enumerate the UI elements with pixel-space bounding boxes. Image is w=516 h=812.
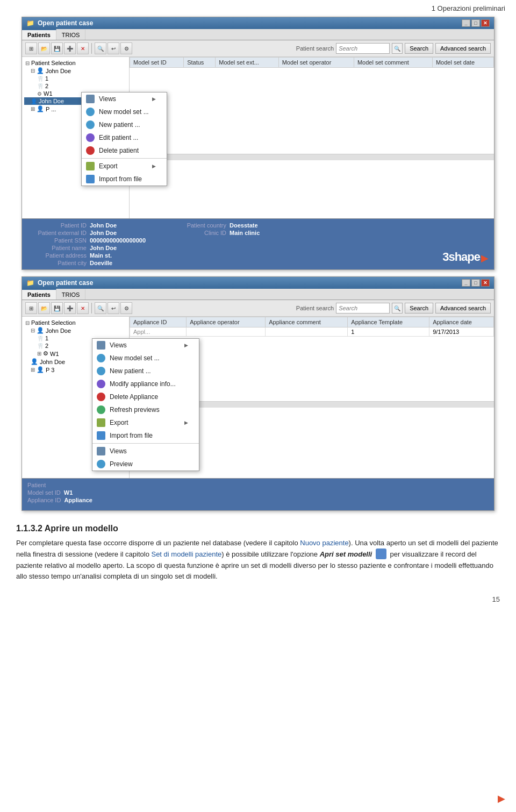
- ctx-export[interactable]: Export: [82, 160, 167, 173]
- ctx-edit-patient[interactable]: Edit patient ...: [82, 131, 167, 144]
- ctx-new-patient[interactable]: New patient ...: [82, 118, 167, 131]
- ctx2-delete-appliance[interactable]: Delete Appliance: [92, 390, 199, 403]
- ctx2-import[interactable]: Import from file: [92, 429, 199, 442]
- col-appliance-id: Appliance ID: [130, 317, 187, 327]
- tree-root-icon: ⊟: [25, 60, 30, 66]
- appliance-footer-value: Appliance: [64, 497, 92, 503]
- tree-johndoe-1[interactable]: ⊟ 👤 John Doe: [24, 67, 127, 75]
- country-value: Doesstate: [230, 222, 258, 229]
- appliance-data-row[interactable]: Appl... 1 9/17/2013: [130, 327, 494, 337]
- ctx2-modify-appliance[interactable]: Modify appliance info...: [92, 377, 199, 390]
- tree-item-2[interactable]: 🦷 2: [24, 82, 127, 90]
- appliance-icon-2: ⊞: [37, 351, 41, 357]
- window2-toolbar: ⊞ 📂 💾 ➕ ✕ 🔍 ↩ ⚙ Patient search 🔍 Search …: [22, 300, 494, 317]
- scan-icon-1: 🦷: [37, 76, 44, 82]
- ctx2-new-model[interactable]: New model set ...: [92, 352, 199, 365]
- search-input-2[interactable]: [336, 303, 390, 314]
- search-icon-btn-1[interactable]: 🔍: [392, 43, 403, 54]
- ctx-label: Refresh previews: [110, 406, 160, 414]
- info-address: Patient address Main st.: [27, 252, 146, 259]
- window1-controls[interactable]: _ □ ✕: [462, 19, 490, 27]
- person-icon-sel: 👤: [31, 98, 37, 104]
- ctx-views-1[interactable]: Views: [82, 92, 167, 105]
- toolbar-btn-scan-2[interactable]: 🔍: [95, 302, 106, 314]
- col-appliance-template: Appliance Template: [348, 317, 429, 327]
- tree-label: W1: [50, 351, 59, 357]
- ctx2-preview[interactable]: Preview: [92, 458, 199, 471]
- logo-arrow-2: ▶: [498, 793, 505, 804]
- tree-root-icon-2: ⊟: [25, 320, 30, 326]
- ctx-edit-icon: [86, 133, 95, 142]
- search-input-1[interactable]: [336, 43, 390, 54]
- table-panel-1: Model set ID Status Model set ext... Mod…: [130, 57, 494, 218]
- appliance-op-cell: [187, 327, 266, 337]
- maximize-button[interactable]: □: [471, 19, 480, 27]
- ctx2-refresh[interactable]: Refresh previews: [92, 403, 199, 416]
- tree-root-2: ⊟ Patient Selection: [24, 319, 127, 326]
- tab-patients-1[interactable]: Patients: [22, 29, 56, 40]
- ctx2-export[interactable]: Export: [92, 416, 199, 429]
- tree-johndoe-2a[interactable]: ⊟ 👤 John Doe: [24, 326, 127, 334]
- tree-label: John Doe: [46, 327, 71, 334]
- ctx-delete-patient[interactable]: Delete patient: [82, 144, 167, 157]
- address-value: Main st.: [90, 252, 112, 259]
- ctx-label: Modify appliance info...: [110, 380, 176, 388]
- tab-trios-1[interactable]: TRIOS: [56, 29, 86, 40]
- toolbar-btn-settings[interactable]: ⚙: [120, 42, 132, 54]
- adv-search-button-2[interactable]: Advanced search: [435, 303, 491, 314]
- context-menu-2: Views New model set ... New patient ... …: [92, 338, 199, 471]
- ssn-value: 00000000000000000: [90, 237, 146, 244]
- minimize-button-2[interactable]: _: [462, 279, 470, 287]
- search-button-2[interactable]: Search: [405, 303, 433, 314]
- tab-trios-2[interactable]: TRIOS: [56, 289, 86, 300]
- toolbar-btn-scan[interactable]: 🔍: [95, 42, 106, 54]
- window2-controls[interactable]: _ □ ✕: [462, 279, 490, 287]
- tree-root-1: ⊟ Patient Selection: [24, 59, 127, 67]
- logo-text-2: 3shape: [459, 790, 497, 804]
- tree-item-1[interactable]: 🦷 1: [24, 75, 127, 82]
- toolbar-btn-arrow[interactable]: ↩: [108, 42, 119, 54]
- col-model-set-op: Model set operator: [278, 58, 354, 68]
- maximize-button-2[interactable]: □: [471, 279, 480, 287]
- ctx-import[interactable]: Import from file: [82, 173, 167, 186]
- ctx-sep-1: [82, 158, 167, 159]
- search-icon-btn-2[interactable]: 🔍: [392, 303, 403, 314]
- ctx2-views[interactable]: Views: [92, 339, 199, 352]
- ctx-new-model[interactable]: New model set ...: [82, 105, 167, 118]
- ctx2-views-icon: [97, 341, 105, 350]
- link-set-modelli[interactable]: Set di modelli paziente: [151, 550, 221, 558]
- minimize-button[interactable]: _: [462, 19, 470, 27]
- toolbar-sep-1: [91, 43, 92, 54]
- country-label: Patient country: [167, 222, 226, 229]
- ctx2-new-patient[interactable]: New patient ...: [92, 365, 199, 377]
- adv-search-button-1[interactable]: Advanced search: [435, 43, 491, 54]
- ctx2-views2[interactable]: Views: [92, 445, 199, 458]
- toolbar-btn-grid-2[interactable]: ⊞: [25, 302, 37, 314]
- logo-text-1: 3shape: [442, 250, 480, 264]
- toolbar-btn-settings-2[interactable]: ⚙: [120, 302, 132, 314]
- toolbar-btn-open-2[interactable]: 📂: [38, 302, 50, 314]
- tab-patients-2[interactable]: Patients: [22, 289, 56, 300]
- toolbar-sep-2: [91, 303, 92, 314]
- toolbar-btn-delete[interactable]: ✕: [77, 42, 89, 54]
- logo-area-1: 3shape ▶: [442, 222, 489, 266]
- toolbar-btn-open[interactable]: 📂: [38, 42, 50, 54]
- info-patient-name: Patient name John Doe: [27, 245, 146, 251]
- ctx-label: Delete Appliance: [110, 393, 158, 401]
- toolbar-btn-add[interactable]: ➕: [64, 42, 76, 54]
- toolbar-btn-delete-2[interactable]: ✕: [77, 302, 89, 314]
- toolbar-btn-save-2[interactable]: 💾: [51, 302, 63, 314]
- toolbar-btn-add-2[interactable]: ➕: [64, 302, 76, 314]
- close-button[interactable]: ✕: [481, 19, 490, 27]
- close-button-2[interactable]: ✕: [481, 279, 490, 287]
- ctx-label: Import from file: [110, 432, 153, 439]
- link-nuovo-paziente[interactable]: Nuovo paziente: [300, 539, 348, 547]
- h-scrollbar-1[interactable]: [130, 154, 494, 160]
- window2-icon: 📁: [26, 279, 34, 287]
- toolbar-btn-grid[interactable]: ⊞: [25, 42, 37, 54]
- toolbar-btn-save[interactable]: 💾: [51, 42, 63, 54]
- toolbar-btn-arrow-2[interactable]: ↩: [108, 302, 119, 314]
- search-button-1[interactable]: Search: [405, 43, 433, 54]
- table-empty-row: [130, 68, 494, 154]
- model-set-footer-value: W1: [64, 489, 73, 496]
